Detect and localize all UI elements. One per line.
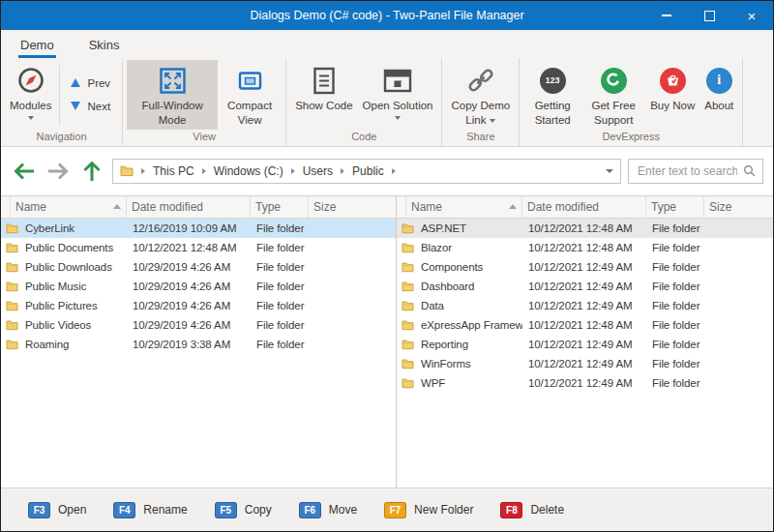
f4-key-badge: F4	[113, 502, 135, 518]
forward-button[interactable]	[45, 159, 72, 184]
file-list: CyberLink 12/16/2019 10:09 AM File folde…	[1, 219, 396, 488]
file-row[interactable]: Reporting 10/12/2021 12:49 AM File folde…	[397, 335, 773, 354]
about-button[interactable]: i About	[700, 60, 738, 130]
app-window: Dialogs Demo (C# code) - Two-Panel File …	[0, 0, 774, 532]
address-bar: This PC Windows (C:) Users Public	[1, 147, 773, 196]
buy-now-button[interactable]: Buy Now	[645, 60, 700, 130]
column-header-size[interactable]: Size	[309, 196, 396, 218]
maximize-icon	[704, 11, 715, 21]
file-type: File folder	[646, 358, 704, 369]
file-type: File folder	[251, 281, 309, 292]
file-row[interactable]: Dashboard 10/12/2021 12:49 AM File folde…	[397, 277, 773, 296]
file-row[interactable]: WPF 10/12/2021 12:49 AM File folder	[397, 373, 773, 393]
show-code-button[interactable]: Show Code	[290, 60, 357, 130]
breadcrumb[interactable]: This PC Windows (C:) Users Public	[112, 159, 621, 184]
file-name: CyberLink	[25, 222, 74, 234]
file-name: Public Downloads	[25, 261, 112, 273]
full-window-mode-button[interactable]: Full-Window Mode	[127, 60, 218, 130]
maximize-button[interactable]	[688, 1, 730, 30]
file-type: File folder	[646, 319, 704, 331]
file-date-modified: 10/12/2021 12:49 AM	[522, 377, 646, 389]
group-separator	[59, 65, 60, 125]
breadcrumb-item-public[interactable]: Public	[352, 164, 384, 178]
delete-button[interactable]: F8 Delete	[500, 502, 564, 518]
info-circle-icon: i	[706, 65, 732, 96]
folder-icon	[6, 242, 18, 253]
file-row[interactable]: Public Videos 10/29/2019 4:26 AM File fo…	[1, 315, 396, 335]
tab-skins[interactable]: Skins	[87, 34, 122, 58]
breadcrumb-item-this-pc[interactable]: This PC	[153, 164, 194, 178]
file-type: File folder	[646, 377, 704, 389]
file-row[interactable]: Blazor 10/12/2021 12:48 AM File folder	[397, 238, 773, 257]
close-button[interactable]: ×	[730, 1, 773, 30]
column-header-name[interactable]: Name	[11, 196, 127, 218]
file-row[interactable]: Roaming 10/29/2019 3:38 AM File folder	[1, 335, 396, 354]
compact-view-button[interactable]: Compact View	[218, 60, 282, 130]
folder-icon	[6, 339, 18, 350]
file-row[interactable]: CyberLink 12/16/2019 10:09 AM File folde…	[1, 219, 396, 238]
modules-button[interactable]: Modules	[5, 60, 56, 130]
back-button[interactable]	[11, 159, 38, 184]
column-header-size[interactable]: Size	[704, 196, 773, 218]
search-icon	[743, 164, 756, 177]
breadcrumb-separator-icon	[141, 168, 145, 174]
grid-header: Name Date modified Type Size	[1, 196, 396, 219]
file-name: Public Documents	[25, 242, 113, 253]
file-row[interactable]: Public Downloads 10/29/2019 4:26 AM File…	[1, 257, 396, 277]
up-button[interactable]	[78, 159, 105, 184]
copy-button[interactable]: F5 Copy	[215, 502, 272, 518]
open-button[interactable]: F3 Open	[28, 502, 86, 518]
folder-icon	[402, 222, 414, 234]
file-row[interactable]: Components 10/12/2021 12:49 AM File fold…	[397, 257, 773, 277]
next-button[interactable]: Next	[71, 101, 110, 112]
file-row[interactable]: WinForms 10/12/2021 12:49 AM File folder	[397, 354, 773, 373]
ribbon-group-view: Full-Window Mode Compact View View	[123, 58, 286, 146]
file-row[interactable]: Public Music 10/29/2019 4:26 AM File fol…	[1, 277, 396, 296]
file-row[interactable]: Public Pictures 10/29/2019 4:26 AM File …	[1, 296, 396, 315]
file-name: Roaming	[25, 339, 69, 350]
minimize-button[interactable]	[645, 1, 688, 30]
file-name: Data	[421, 300, 444, 311]
file-name: Public Music	[25, 281, 86, 292]
file-type: File folder	[251, 222, 309, 234]
file-row[interactable]: Public Documents 10/12/2021 12:48 AM Fil…	[1, 238, 396, 257]
copy-demo-link-button[interactable]: Copy Demo Link	[446, 60, 515, 130]
breadcrumb-item-windows-c[interactable]: Windows (C:)	[214, 164, 283, 178]
move-button[interactable]: F6 Move	[299, 502, 357, 518]
open-solution-button[interactable]: Open Solution	[358, 60, 438, 130]
up-arrow-icon	[82, 160, 102, 183]
chevron-down-icon	[395, 116, 401, 120]
sort-ascending-icon	[509, 204, 517, 209]
f7-key-badge: F7	[384, 502, 406, 518]
get-free-support-button[interactable]: Get Free Support	[581, 60, 645, 130]
file-name: Dashboard	[421, 281, 474, 292]
rename-button[interactable]: F4 Rename	[113, 502, 187, 518]
column-header-type[interactable]: Type	[251, 196, 309, 218]
breadcrumb-separator-icon	[291, 168, 295, 174]
breadcrumb-dropdown-icon[interactable]	[606, 169, 613, 173]
file-row[interactable]: ASP.NET 10/12/2021 12:48 AM File folder	[397, 219, 773, 238]
file-name: WPF	[421, 377, 445, 389]
folder-icon	[120, 164, 134, 177]
column-header-date-modified[interactable]: Date modified	[522, 196, 646, 218]
compass-icon	[16, 65, 45, 96]
file-date-modified: 10/12/2021 12:49 AM	[522, 358, 646, 369]
new-folder-button[interactable]: F7 New Folder	[384, 502, 473, 518]
breadcrumb-separator-icon	[392, 168, 396, 174]
file-row[interactable]: Data 10/12/2021 12:49 AM File folder	[397, 296, 773, 315]
getting-started-button[interactable]: 123 Getting Started	[523, 60, 581, 130]
tab-demo[interactable]: Demo	[18, 34, 56, 58]
search-input[interactable]	[636, 163, 739, 179]
file-row[interactable]: eXpressApp Framework 10/12/2021 12:48 AM…	[397, 315, 773, 335]
prev-button[interactable]: Prev	[71, 77, 110, 89]
expand-arrows-icon	[160, 65, 186, 96]
file-date-modified: 12/16/2019 10:09 AM	[127, 222, 251, 234]
file-date-modified: 10/12/2021 12:49 AM	[522, 339, 646, 350]
column-header-date-modified[interactable]: Date modified	[127, 196, 251, 218]
folder-icon	[6, 281, 18, 292]
f3-key-badge: F3	[28, 502, 50, 518]
column-header-type[interactable]: Type	[646, 196, 704, 218]
breadcrumb-item-users[interactable]: Users	[303, 164, 333, 178]
group-caption-navigation: Navigation	[1, 130, 122, 146]
column-header-name[interactable]: Name	[406, 196, 522, 218]
